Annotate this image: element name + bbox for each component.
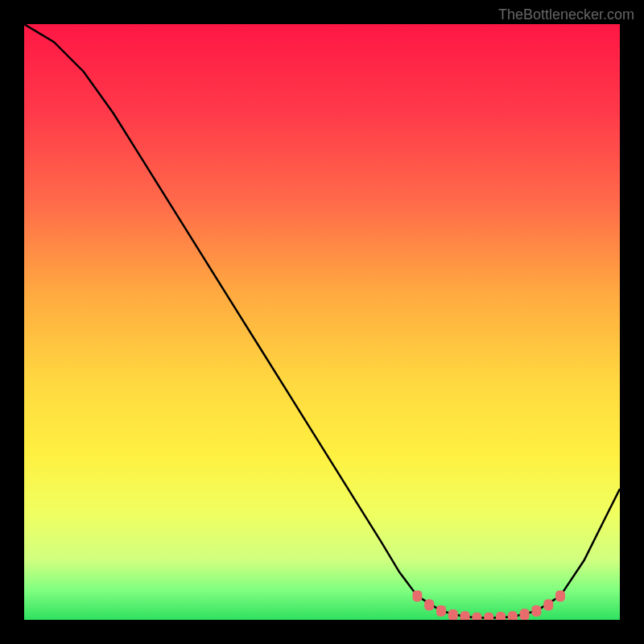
- marker-point: [543, 600, 553, 611]
- marker-point: [436, 605, 446, 617]
- marker-point: [412, 590, 422, 601]
- chart-container: TheBottlenecker.com: [0, 0, 644, 644]
- marker-point: [496, 612, 506, 620]
- marker-point: [484, 613, 493, 620]
- marker-point: [460, 611, 470, 620]
- marker-point: [508, 611, 518, 620]
- marker-point: [531, 605, 541, 617]
- marker-point: [424, 600, 434, 611]
- marker-point: [520, 609, 530, 620]
- watermark-text: TheBottlenecker.com: [498, 6, 634, 23]
- marker-point: [555, 590, 565, 601]
- marker-point: [472, 613, 481, 620]
- marker-point: [448, 609, 458, 620]
- chart-svg: [24, 24, 620, 620]
- chart-plot-area: [24, 24, 620, 620]
